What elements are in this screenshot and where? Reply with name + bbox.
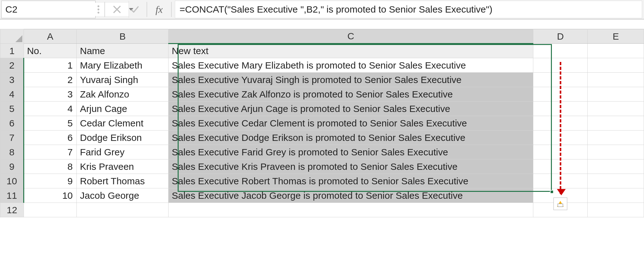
enter-formula-button[interactable] <box>126 0 143 19</box>
drag-down-annotation-icon <box>560 62 561 194</box>
cell-E11[interactable] <box>588 188 644 203</box>
column-header-D[interactable]: D <box>533 29 588 44</box>
cell-C7[interactable]: Sales Executive Dodge Erikson is promote… <box>169 131 533 145</box>
row-header-8[interactable]: 8 <box>0 145 24 159</box>
row-header-3[interactable]: 3 <box>0 73 24 87</box>
column-header-B[interactable]: B <box>77 29 169 44</box>
separator <box>171 2 172 17</box>
cell-C2[interactable]: Sales Executive Mary Elizabeth is promot… <box>169 58 533 73</box>
row-header-5[interactable]: 5 <box>0 102 24 116</box>
cell-A1[interactable]: No. <box>24 44 76 58</box>
cell-D1[interactable] <box>533 44 588 58</box>
cell-E1[interactable] <box>588 44 644 58</box>
cell-E2[interactable] <box>588 58 644 73</box>
cell-A12[interactable] <box>24 203 76 217</box>
row-header-12[interactable]: 12 <box>0 203 24 217</box>
cell-B10[interactable]: Robert Thomas <box>77 174 169 188</box>
cell-C12[interactable] <box>169 203 533 217</box>
cell-C8[interactable]: Sales Executive Farid Grey is promoted t… <box>169 145 533 159</box>
cell-A10[interactable]: 9 <box>24 174 76 188</box>
cell-A8[interactable]: 7 <box>24 145 76 159</box>
cell-B3[interactable]: Yuvaraj Singh <box>77 73 169 87</box>
vertical-dots-icon <box>96 0 101 19</box>
spreadsheet-grid[interactable]: A B C D E 1 No. Name New text 2 <box>0 29 644 217</box>
svg-point-2 <box>97 12 99 14</box>
cell-E5[interactable] <box>588 102 644 116</box>
name-box[interactable] <box>1 1 96 18</box>
cell-B7[interactable]: Dodge Erikson <box>77 131 169 145</box>
row-header-7[interactable]: 7 <box>0 131 24 145</box>
cell-A9[interactable]: 8 <box>24 159 76 174</box>
row-header-1[interactable]: 1 <box>0 44 24 58</box>
cell-E12[interactable] <box>588 203 644 217</box>
cell-E3[interactable] <box>588 73 644 87</box>
select-all-button[interactable] <box>0 29 24 44</box>
cancel-formula-button[interactable] <box>108 0 126 19</box>
cell-E4[interactable] <box>588 87 644 102</box>
separator <box>147 2 147 17</box>
cell-C1[interactable]: New text <box>169 44 533 58</box>
row-header-4[interactable]: 4 <box>0 87 24 102</box>
formula-bar-row: fx <box>0 0 644 19</box>
cell-B12[interactable] <box>77 203 169 217</box>
cell-A7[interactable]: 6 <box>24 131 76 145</box>
svg-point-0 <box>97 5 99 7</box>
row-header-6[interactable]: 6 <box>0 116 24 131</box>
cell-E6[interactable] <box>588 116 644 131</box>
cell-C9[interactable]: Sales Executive Kris Praveen is promoted… <box>169 159 533 174</box>
cell-A6[interactable]: 5 <box>24 116 76 131</box>
cell-B5[interactable]: Arjun Cage <box>77 102 169 116</box>
cell-B1[interactable]: Name <box>77 44 169 58</box>
cell-E9[interactable] <box>588 159 644 174</box>
cell-E10[interactable] <box>588 174 644 188</box>
column-header-C[interactable]: C <box>169 29 533 44</box>
cell-A2[interactable]: 1 <box>24 58 76 73</box>
insert-function-button[interactable]: fx <box>150 0 168 19</box>
cell-C5[interactable]: Sales Executive Arjun Cage is promoted t… <box>169 102 533 116</box>
cell-A3[interactable]: 2 <box>24 73 76 87</box>
cell-B6[interactable]: Cedar Clement <box>77 116 169 131</box>
cell-B2[interactable]: Mary Elizabeth <box>77 58 169 73</box>
row-header-10[interactable]: 10 <box>0 174 24 188</box>
column-header-E[interactable]: E <box>588 29 644 44</box>
cell-C3[interactable]: Sales Executive Yuvaraj Singh is promote… <box>169 73 533 87</box>
cell-B9[interactable]: Kris Praveen <box>77 159 169 174</box>
cell-C6[interactable]: Sales Executive Cedar Clement is promote… <box>169 116 533 131</box>
cell-C4[interactable]: Sales Executive Zak Alfonzo is promoted … <box>169 87 533 102</box>
cell-B4[interactable]: Zak Alfonzo <box>77 87 169 102</box>
formula-bar-input[interactable] <box>175 1 642 18</box>
svg-rect-3 <box>558 204 563 207</box>
cell-B11[interactable]: Jacob George <box>77 188 169 203</box>
column-header-A[interactable]: A <box>24 29 76 44</box>
cell-C11[interactable]: Sales Executive Jacob George is promoted… <box>169 188 533 203</box>
fill-handle[interactable] <box>550 190 554 194</box>
autofill-options-button[interactable] <box>553 198 567 210</box>
cell-B8[interactable]: Farid Grey <box>77 145 169 159</box>
fx-label: fx <box>155 4 163 15</box>
cell-A5[interactable]: 4 <box>24 102 76 116</box>
cell-A4[interactable]: 3 <box>24 87 76 102</box>
cell-E7[interactable] <box>588 131 644 145</box>
cell-A11[interactable]: 10 <box>24 188 76 203</box>
separator <box>104 2 105 17</box>
cell-E8[interactable] <box>588 145 644 159</box>
row-header-11[interactable]: 11 <box>0 188 24 203</box>
cell-C10[interactable]: Sales Executive Robert Thomas is promote… <box>169 174 533 188</box>
row-header-9[interactable]: 9 <box>0 159 24 174</box>
row-header-2[interactable]: 2 <box>0 58 24 73</box>
svg-point-1 <box>97 8 99 10</box>
